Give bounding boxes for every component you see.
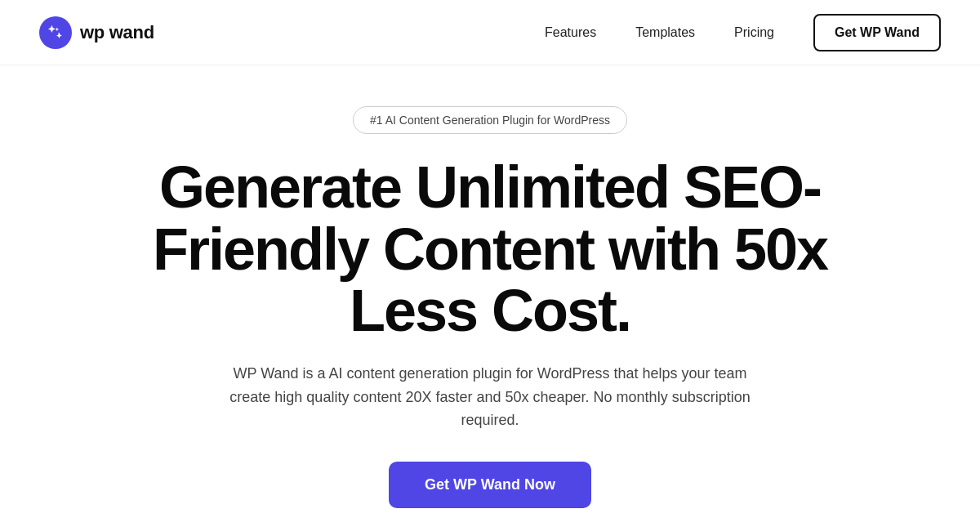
nav-link-features[interactable]: Features (545, 25, 596, 40)
hero-title: Generate Unlimited SEO-Friendly Content … (122, 157, 858, 342)
hero-subtitle: WP Wand is a AI content generation plugi… (229, 362, 751, 432)
nav-links: Features Templates Pricing Get WP Wand (545, 14, 941, 51)
logo-text: wp wand (80, 22, 154, 43)
hero-badge: #1 AI Content Generation Plugin for Word… (353, 106, 627, 134)
logo-icon (39, 16, 72, 49)
nav-link-templates[interactable]: Templates (635, 25, 695, 40)
nav-cta-button[interactable]: Get WP Wand (813, 14, 941, 51)
wand-icon (47, 24, 65, 42)
nav-link-pricing[interactable]: Pricing (734, 25, 774, 40)
navbar: wp wand Features Templates Pricing Get W… (0, 0, 980, 65)
hero-cta-button[interactable]: Get WP Wand Now (389, 462, 591, 508)
hero-section: #1 AI Content Generation Plugin for Word… (0, 65, 980, 508)
logo[interactable]: wp wand (39, 16, 154, 49)
